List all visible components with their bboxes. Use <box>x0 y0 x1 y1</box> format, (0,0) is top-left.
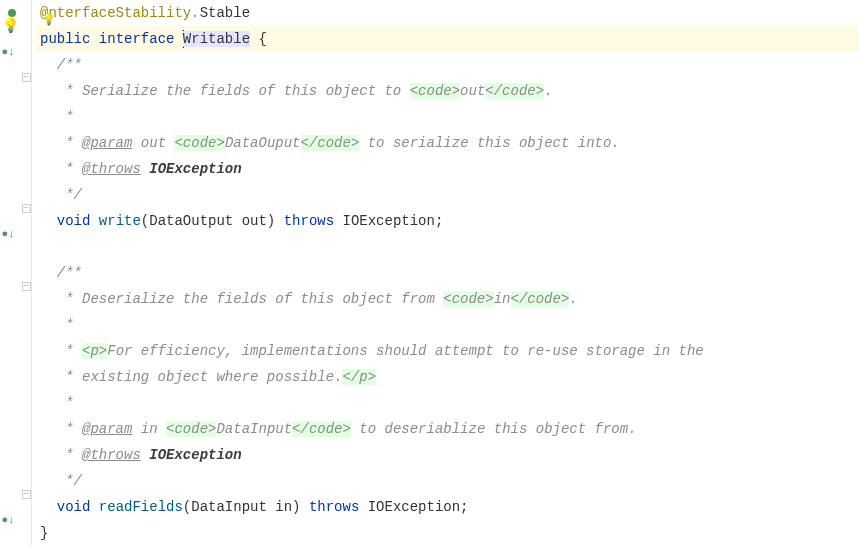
code-line[interactable]: */ <box>36 468 859 494</box>
implementation-marker-icon[interactable]: ●↓ <box>0 226 16 242</box>
code-line[interactable]: * @param in <code>DataInput</code> to de… <box>36 416 859 442</box>
code-line[interactable]: /** <box>36 52 859 78</box>
code-line[interactable]: * <p>For efficiency, implementations sho… <box>36 338 859 364</box>
code-line[interactable]: void readFields(DataInput in) throws IOE… <box>36 494 859 520</box>
code-line[interactable]: } <box>36 520 859 546</box>
annotation-member: Stable <box>200 5 250 21</box>
code-line[interactable]: */ <box>36 182 859 208</box>
code-line[interactable]: @💡nterfaceStability.Stable <box>36 0 859 26</box>
code-line[interactable] <box>36 234 859 260</box>
code-line[interactable]: * @param out <code>DataOuput</code> to s… <box>36 130 859 156</box>
collapse-icon[interactable]: − <box>18 278 34 294</box>
interface-name: Writable <box>183 31 250 47</box>
editor-gutter[interactable]: 💡 ●↓ − − ●↓ − − ●↓ <box>0 0 32 546</box>
annotation: @💡nterfaceStability <box>40 5 191 21</box>
code-line[interactable]: * <box>36 390 859 416</box>
method-name: write <box>90 213 140 229</box>
code-line[interactable]: * @throws IOException <box>36 156 859 182</box>
collapse-icon[interactable]: − <box>18 486 34 502</box>
code-line[interactable]: /** <box>36 260 859 286</box>
implementation-marker-icon[interactable]: ●↓ <box>0 512 16 528</box>
code-line[interactable]: * @throws IOException <box>36 442 859 468</box>
code-line[interactable]: * Deserialize the fields of this object … <box>36 286 859 312</box>
lightbulb-icon[interactable]: 💡 <box>2 18 18 34</box>
code-line[interactable]: void write(DataOutput out) throws IOExce… <box>36 208 859 234</box>
code-line-active[interactable]: public interface Writable { <box>36 26 859 52</box>
code-line[interactable]: * existing object where possible.</p> <box>36 364 859 390</box>
code-editor[interactable]: @💡nterfaceStability.Stable public interf… <box>32 0 859 546</box>
collapse-icon[interactable]: − <box>18 200 34 216</box>
collapse-icon[interactable]: − <box>18 69 34 85</box>
implementation-marker-icon[interactable]: ●↓ <box>0 44 16 60</box>
code-line[interactable]: * Serialize the fields of this object to… <box>36 78 859 104</box>
code-line[interactable]: * <box>36 312 859 338</box>
method-name: readFields <box>90 499 182 515</box>
code-line[interactable]: * <box>36 104 859 130</box>
